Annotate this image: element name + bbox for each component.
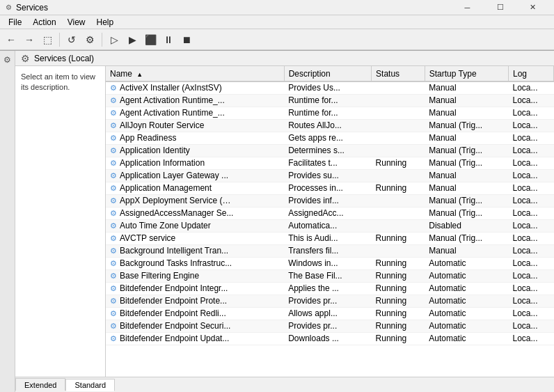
service-status-cell: Running (372, 320, 425, 332)
table-row[interactable]: ⚙Application ManagementProcesses in...Ru… (106, 182, 554, 194)
service-name-cell: ⚙Auto Time Zone Updater (106, 219, 284, 232)
table-row[interactable]: ⚙AppX Deployment Service (…Provides inf.… (106, 194, 554, 207)
table-row[interactable]: ⚙Auto Time Zone UpdaterAutomatica...Disa… (106, 219, 554, 232)
service-icon: ⚙ (110, 196, 117, 205)
service-desc-cell: Transfers fil... (284, 244, 371, 257)
tab-standard[interactable]: Standard (65, 379, 115, 391)
service-log-cell: Loca... (509, 144, 554, 157)
service-log-cell: Loca... (509, 232, 554, 244)
service-status-cell: Running (372, 295, 425, 307)
maximize-button[interactable]: ☐ (484, 1, 516, 15)
stop-button[interactable]: ⬛ (142, 31, 159, 48)
table-row[interactable]: ⚙AllJoyn Router ServiceRoutes AllJo...Ma… (106, 119, 554, 132)
service-desc-cell: Provides pr... (284, 295, 371, 307)
table-row[interactable]: ⚙Bitdefender Endpoint Redli...Allows app… (106, 307, 554, 320)
service-log-cell: Loca... (509, 182, 554, 194)
forward-button[interactable]: → (21, 31, 38, 48)
service-desc-cell: Applies the ... (284, 282, 371, 295)
service-icon: ⚙ (110, 246, 117, 255)
settings-button[interactable]: ⚙ (81, 31, 98, 48)
service-status-cell: Running (372, 332, 425, 345)
restart-button[interactable]: ⏹ (178, 31, 195, 48)
service-log-cell: Loca... (509, 269, 554, 282)
service-status-cell (372, 244, 425, 257)
service-log-cell: Loca... (509, 207, 554, 219)
table-row[interactable]: ⚙Background Intelligent Tran...Transfers… (106, 244, 554, 257)
service-icon: ⚙ (110, 109, 117, 117)
left-description-panel: Select an item to view its description. (15, 66, 106, 377)
services-list-panel: Name ▲ Description Status Startup Type L… (106, 66, 554, 377)
table-row[interactable]: ⚙App ReadinessGets apps re...ManualLoca.… (106, 132, 554, 144)
service-status-cell: Running (372, 232, 425, 244)
service-name-cell: ⚙Bitdefender Endpoint Securi... (106, 320, 284, 332)
service-icon: ⚙ (110, 209, 117, 217)
table-row[interactable]: ⚙Base Filtering EngineThe Base Fil...Run… (106, 269, 554, 282)
table-row[interactable]: ⚙Application InformationFacilitates t...… (106, 157, 554, 169)
services-table-container[interactable]: Name ▲ Description Status Startup Type L… (106, 66, 554, 377)
toolbar-sep2 (102, 33, 102, 47)
service-desc-cell: Determines s... (284, 144, 371, 157)
table-row[interactable]: ⚙Background Tasks Infrastruc...Windows i… (106, 257, 554, 269)
col-status[interactable]: Status (372, 66, 425, 81)
up-button[interactable]: ⬚ (39, 31, 56, 48)
service-log-cell: Loca... (509, 94, 554, 107)
service-icon: ⚙ (110, 221, 117, 230)
service-status-cell (372, 81, 425, 94)
menu-file[interactable]: File (3, 16, 27, 29)
table-row[interactable]: ⚙Bitdefender Endpoint Updat...Downloads … (106, 332, 554, 345)
pause-button[interactable]: ⏸ (160, 31, 177, 48)
window-title: Services (16, 3, 48, 13)
table-row[interactable]: ⚙AVCTP serviceThis is Audi...RunningManu… (106, 232, 554, 244)
content-area: ⚙ Services (Local) Select an item to vie… (15, 51, 554, 392)
main-split: Select an item to view its description. … (15, 66, 554, 377)
service-log-cell: Loca... (509, 169, 554, 182)
service-startup-cell: Manual (425, 81, 508, 94)
table-row[interactable]: ⚙Bitdefender Endpoint Prote...Provides p… (106, 295, 554, 307)
table-row[interactable]: ⚙AssignedAccessManager Se...AssignedAcc.… (106, 207, 554, 219)
services-local-icon[interactable]: ⚙ (1, 54, 14, 66)
col-name[interactable]: Name ▲ (106, 66, 284, 81)
back-button[interactable]: ← (3, 31, 19, 48)
service-startup-cell: Manual (Trig... (425, 207, 508, 219)
table-row[interactable]: ⚙ActiveX Installer (AxInstSV)Provides Us… (106, 81, 554, 94)
services-header-bar: ⚙ Services (Local) (15, 51, 554, 66)
start-button[interactable]: ▷ (106, 31, 122, 48)
table-row[interactable]: ⚙Bitdefender Endpoint Integr...Applies t… (106, 282, 554, 295)
left-panel-description: Select an item to view its description. (21, 72, 100, 93)
close-button[interactable]: ✕ (517, 1, 548, 15)
menu-action[interactable]: Action (27, 16, 61, 29)
service-log-cell: Loca... (509, 332, 554, 345)
service-name-cell: ⚙Application Layer Gateway ... (106, 169, 284, 182)
table-row[interactable]: ⚙Bitdefender Endpoint Securi...Provides … (106, 320, 554, 332)
refresh-button[interactable]: ↺ (63, 31, 80, 48)
table-row[interactable]: ⚙Agent Activation Runtime_...Runtime for… (106, 94, 554, 107)
services-gear-icon: ⚙ (21, 53, 30, 64)
table-row[interactable]: ⚙Application IdentityDetermines s...Manu… (106, 144, 554, 157)
service-status-cell (372, 119, 425, 132)
col-log[interactable]: Log (509, 66, 554, 81)
tab-extended[interactable]: Extended (15, 378, 65, 391)
service-status-cell (372, 107, 425, 119)
menu-view[interactable]: View (62, 16, 91, 29)
service-startup-cell: Automatic (425, 269, 508, 282)
table-row[interactable]: ⚙Application Layer Gateway ...Provides s… (106, 169, 554, 182)
col-description[interactable]: Description (284, 66, 371, 81)
minimize-button[interactable]: ─ (452, 1, 483, 15)
bottom-tabs: Extended Standard (15, 377, 554, 391)
service-log-cell: Loca... (509, 244, 554, 257)
service-icon: ⚙ (110, 146, 117, 155)
menu-help[interactable]: Help (91, 16, 120, 29)
service-desc-cell: Facilitates t... (284, 157, 371, 169)
sort-arrow-name: ▲ (136, 71, 143, 78)
service-icon: ⚙ (110, 322, 117, 330)
service-startup-cell: Manual (Trig... (425, 232, 508, 244)
service-name-cell: ⚙Bitdefender Endpoint Redli... (106, 307, 284, 320)
service-startup-cell: Disabled (425, 219, 508, 232)
col-startup[interactable]: Startup Type (425, 66, 508, 81)
service-name-cell: ⚙App Readiness (106, 132, 284, 144)
service-status-cell: Running (372, 257, 425, 269)
play-button[interactable]: ▶ (124, 31, 141, 48)
table-row[interactable]: ⚙Agent Activation Runtime_...Runtime for… (106, 107, 554, 119)
service-desc-cell: Routes AllJo... (284, 119, 371, 132)
left-sidebar: ⚙ (0, 51, 15, 392)
